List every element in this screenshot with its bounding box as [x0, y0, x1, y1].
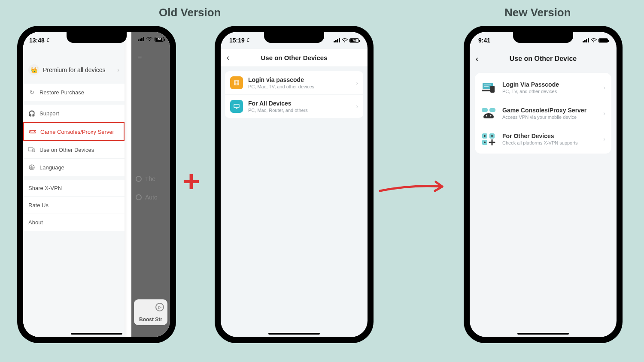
row-all-devices[interactable]: For All Devices PC, Mac, Router, and oth… — [225, 95, 363, 118]
status-time: 13:48 — [29, 37, 45, 44]
svg-point-1 — [30, 131, 31, 132]
row-subtitle: PC, Mac, Router, and others — [248, 108, 351, 113]
svg-point-2 — [34, 131, 35, 132]
svg-point-19 — [490, 115, 492, 117]
back-button[interactable]: ‹ — [227, 53, 229, 62]
menu-language[interactable]: Language — [23, 159, 125, 176]
row-title: Login Via Passcode — [502, 81, 597, 88]
svg-rect-3 — [28, 148, 33, 151]
chevron-right-icon: › — [117, 66, 119, 73]
controller-icon — [29, 128, 36, 135]
row-subtitle: PC, Mac, TV, and other devices — [248, 84, 351, 89]
status-time: 9:41 — [478, 37, 490, 44]
battery-icon: 70 — [349, 38, 359, 43]
svg-rect-15 — [490, 86, 495, 93]
chevron-right-icon: › — [356, 103, 358, 110]
home-indicator — [517, 333, 569, 335]
arrow-annotation — [378, 176, 451, 197]
boost-card[interactable]: ▷ Boost Str — [134, 299, 167, 325]
drawer-menu: 13:48 ☾ 👑 Premium for all devices › ↻ Re… — [23, 32, 125, 337]
svg-point-6 — [149, 40, 150, 41]
menu-label: Use on Other Devices — [39, 147, 94, 153]
old-version-label: Old Version — [159, 6, 221, 19]
dnd-icon: ☾ — [246, 37, 251, 43]
globe-icon — [28, 164, 35, 171]
svg-point-7 — [344, 41, 345, 42]
menu-about[interactable]: About — [23, 214, 125, 231]
restore-icon: ↻ — [28, 89, 35, 96]
status-time: 15:19 — [229, 37, 245, 44]
back-button[interactable]: ‹ — [476, 54, 478, 63]
game-controller-icon — [481, 106, 496, 120]
signal-icon — [138, 37, 144, 41]
row-subtitle: PC, TV, and other devices — [502, 89, 597, 94]
svg-rect-12 — [484, 84, 491, 85]
svg-rect-8 — [234, 81, 239, 85]
menu-use-other-devices[interactable]: Use on Other Devices — [23, 141, 125, 159]
platforms-icon — [481, 132, 496, 146]
row-login-passcode[interactable]: Login Via Passcode PC, TV, and other dev… — [475, 75, 611, 100]
menu-restore-purchase[interactable]: ↻ Restore Purchase — [23, 84, 125, 101]
phone-old-drawer: ≡ The Auto ▷ Boost Str 13:48 ☾ — [17, 26, 176, 343]
wifi-icon — [591, 37, 597, 43]
menu-support[interactable]: 🎧 Support — [23, 105, 125, 122]
support-icon: 🎧 — [28, 110, 35, 117]
chevron-right-icon: › — [603, 110, 605, 117]
premium-header[interactable]: 👑 Premium for all devices › — [23, 44, 125, 80]
page-title: Use on Other Devices — [261, 54, 327, 61]
chevron-right-icon: › — [603, 136, 605, 142]
menu-label: Support — [39, 110, 59, 117]
plus-annotation: + — [182, 172, 200, 190]
phone-new-use-other: 9:41 ‹ Use on Other Device — [464, 26, 623, 343]
svg-rect-17 — [489, 108, 495, 112]
svg-rect-16 — [482, 108, 488, 112]
page-title: Use on Other Device — [510, 55, 577, 63]
hamburger-icon[interactable]: ≡ — [137, 53, 142, 62]
row-game-consoles[interactable]: Game Consoles/Proxy Server Access VPN vi… — [475, 100, 611, 126]
menu-rate[interactable]: Rate Us — [23, 197, 125, 214]
row-title: Game Consoles/Proxy Server — [502, 107, 597, 114]
new-version-label: New Version — [504, 6, 571, 19]
menu-label: Language — [39, 164, 64, 171]
passcode-icon — [230, 76, 243, 89]
wifi-icon — [342, 37, 348, 43]
chevron-right-icon: › — [356, 79, 358, 86]
signal-icon — [583, 38, 589, 42]
wifi-icon — [146, 36, 152, 42]
row-login-passcode[interactable]: Login via passcode PC, Mac, TV, and othe… — [225, 71, 363, 95]
home-indicator — [71, 333, 122, 335]
menu-label: Game Consoles/Proxy Server — [40, 129, 114, 135]
battery-icon — [598, 38, 608, 43]
crown-icon: 👑 — [28, 64, 39, 75]
svg-point-10 — [593, 41, 594, 42]
bg-item-1: The — [145, 175, 155, 182]
home-indicator — [268, 333, 320, 335]
dnd-icon: ☾ — [46, 37, 51, 43]
row-title: For Other Devices — [502, 133, 597, 139]
bg-item-2: Auto — [145, 194, 158, 201]
row-subtitle: Access VPN via your mobile device — [502, 115, 597, 120]
svg-point-25 — [484, 142, 486, 143]
dimmed-background: ≡ The Auto ▷ Boost Str — [131, 32, 170, 337]
row-other-devices[interactable]: For Other Devices Check all platforms X-… — [475, 126, 611, 152]
phone-old-use-other: 15:19 ☾ 70 ‹ Use on Other Devices — [215, 26, 374, 343]
premium-title: Premium for all devices — [43, 66, 114, 73]
chevron-right-icon: › — [603, 84, 605, 91]
bullet-icon — [136, 194, 142, 200]
menu-game-consoles[interactable]: Game Consoles/Proxy Server — [23, 122, 125, 141]
play-icon[interactable]: ▷ — [155, 303, 164, 311]
row-subtitle: Check all platforms X-VPN supports — [502, 140, 597, 145]
svg-rect-13 — [484, 86, 489, 87]
menu-share[interactable]: Share X-VPN — [23, 180, 125, 197]
row-title: Login via passcode — [248, 76, 351, 83]
menu-label: Restore Purchase — [39, 89, 84, 96]
bullet-icon — [136, 176, 142, 182]
svg-rect-9 — [234, 104, 239, 108]
devices-icon — [28, 146, 35, 153]
monitor-icon — [230, 100, 243, 113]
battery-icon: 80 — [155, 37, 164, 42]
boost-label: Boost Str — [139, 317, 162, 323]
svg-point-23 — [484, 135, 486, 137]
row-title: For All Devices — [248, 100, 351, 107]
pc-icon — [481, 81, 496, 94]
